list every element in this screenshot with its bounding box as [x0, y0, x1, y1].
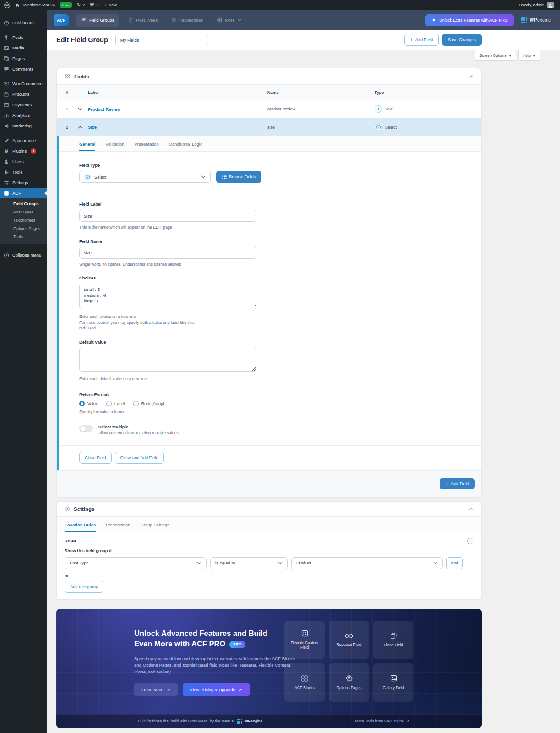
collapse-row-icon[interactable]: [78, 126, 83, 129]
unlock-pro-button[interactable]: Unlock Extra Features with ACF PRO: [425, 14, 514, 26]
sidebar-label: ACF: [12, 191, 21, 196]
fields-icon: [65, 73, 71, 79]
sidebar-item-comments[interactable]: Comments: [0, 64, 47, 74]
plugins-update-badge: 1: [31, 148, 36, 154]
sidebar-item-appearance[interactable]: Appearance: [0, 135, 47, 146]
banner-description: Speed up your workflow and develop bette…: [134, 656, 300, 676]
tab-general[interactable]: General: [79, 142, 95, 151]
browse-fields-button[interactable]: Browse Fields: [216, 171, 261, 183]
more-tools-link[interactable]: More Tools from WP Engine ↗: [355, 719, 409, 723]
site-menu[interactable]: Salesforce Mar 24: [15, 3, 55, 7]
new-menu[interactable]: + New: [103, 3, 116, 8]
screen-meta-row: Screen Options Help: [47, 50, 560, 61]
field-label-link[interactable]: Size: [88, 125, 267, 130]
tab-group-settings[interactable]: Group Settings: [140, 522, 169, 532]
collapse-menu-button[interactable]: Collapse menu: [0, 250, 47, 260]
nav-tab-more[interactable]: More: [212, 14, 246, 27]
and-rule-button[interactable]: and: [446, 557, 463, 569]
close-field-button[interactable]: Close Field: [79, 452, 112, 464]
field-label-help: This is the name which will appear on th…: [79, 224, 473, 230]
avatar[interactable]: [547, 2, 554, 8]
sidebar-item-users[interactable]: Users: [0, 156, 47, 167]
return-format-label: Return Format: [79, 392, 473, 397]
collapse-panel-icon[interactable]: [469, 75, 473, 78]
tab-location-rules[interactable]: Location Rules: [65, 522, 96, 532]
screen-options-tab[interactable]: Screen Options: [475, 50, 516, 61]
field-label-input[interactable]: [79, 210, 256, 222]
nav-tab-post-types[interactable]: Post Types: [123, 14, 163, 27]
acf-header-nav: ACF Field Groups Post Types Taxonomies M…: [47, 10, 560, 30]
help-circle-icon[interactable]: ?: [467, 538, 473, 544]
sidebar-item-acf[interactable]: ACF: [0, 188, 47, 198]
submenu-item-tools[interactable]: Tools: [0, 233, 47, 241]
or-label: or: [65, 574, 473, 578]
sidebar-item-woocommerce[interactable]: WooCommerce: [0, 78, 47, 89]
tab-validation[interactable]: Validation: [105, 142, 124, 151]
rule-value-select[interactable]: Product: [291, 557, 443, 569]
sidebar-item-analytics[interactable]: Analytics: [0, 110, 47, 120]
add-field-button-top[interactable]: +Add Field: [404, 34, 439, 46]
col-name: Name: [267, 90, 375, 95]
submenu-item-post-types[interactable]: Post Types: [0, 208, 47, 216]
comments-icon: [4, 66, 9, 72]
sidebar-item-plugins[interactable]: Plugins 1: [0, 146, 47, 156]
field-label-label: Field Label: [79, 202, 473, 207]
field-label-link[interactable]: Product Review: [88, 107, 267, 112]
learn-more-button[interactable]: Learn More↗: [134, 683, 178, 696]
sidebar-item-tools[interactable]: Tools: [0, 167, 47, 177]
sidebar-item-media[interactable]: Media: [0, 43, 47, 53]
sidebar-item-products[interactable]: Products: [0, 89, 47, 99]
collapse-panel-icon[interactable]: [469, 508, 473, 510]
wordpress-logo-icon[interactable]: W: [4, 2, 10, 8]
tab-conditional-logic[interactable]: Conditional Logic: [169, 142, 202, 151]
field-name-input[interactable]: [79, 247, 256, 259]
select-multiple-toggle[interactable]: [79, 425, 93, 432]
updates-menu[interactable]: ↻ 2: [77, 3, 85, 7]
save-changes-button[interactable]: Save Changes: [442, 34, 482, 46]
field-group-title-input[interactable]: [115, 34, 208, 46]
sidebar-item-dashboard[interactable]: Dashboard: [0, 17, 47, 28]
submenu-item-field-groups[interactable]: Field Groups: [0, 200, 47, 208]
wp-engine-brand-small[interactable]: WPengine: [237, 719, 262, 724]
radio-value[interactable]: Value: [79, 401, 98, 406]
acf-logo[interactable]: ACF: [54, 14, 69, 26]
comment-count: 0: [96, 3, 98, 7]
update-icon: ↻: [77, 3, 81, 7]
default-value-textarea[interactable]: [79, 348, 256, 372]
add-rule-group-button[interactable]: Add rule group: [65, 581, 103, 593]
comments-menu[interactable]: 0: [90, 3, 98, 7]
view-pricing-button[interactable]: View Pricing & Upgrade↗: [183, 683, 250, 696]
submenu-item-options-pages[interactable]: Options Pages: [0, 224, 47, 233]
field-type-selected-value: Select: [94, 175, 106, 180]
sidebar-label: Settings: [12, 180, 28, 185]
submenu-item-taxonomies[interactable]: Taxonomies: [0, 216, 47, 224]
add-field-button-bottom[interactable]: +Add Field: [440, 478, 475, 489]
expand-row-icon[interactable]: [78, 108, 83, 110]
nav-tab-taxonomies[interactable]: Taxonomies: [166, 14, 208, 27]
sidebar-label: Tools: [12, 170, 22, 175]
banner-footer-text: Built for those that build with WordPres…: [138, 719, 234, 723]
sidebar-item-marketing[interactable]: Marketing: [0, 120, 47, 131]
close-and-add-field-button[interactable]: Close and Add Field: [115, 452, 164, 464]
rule-param-select[interactable]: Post Type: [65, 557, 207, 569]
sidebar-item-posts[interactable]: Posts: [0, 32, 47, 43]
rule-operator-select[interactable]: is equal to: [210, 557, 288, 569]
col-label: Label: [88, 90, 267, 95]
field-type-select[interactable]: Select: [79, 171, 211, 183]
howdy-menu[interactable]: Howdy, admin: [519, 3, 544, 7]
sidebar-item-payments[interactable]: Payments: [0, 99, 47, 110]
fields-panel: Fields # Label Name Type 1 Product Revie…: [56, 68, 482, 498]
field-type-label: Field Type: [79, 163, 473, 168]
tab-presentation[interactable]: Presentation: [106, 522, 130, 532]
radio-both-array[interactable]: Both (Array): [133, 401, 164, 406]
repeater-icon: [345, 633, 353, 639]
help-tab[interactable]: Help: [518, 50, 540, 61]
nav-tab-field-groups[interactable]: Field Groups: [76, 14, 119, 27]
radio-label[interactable]: Label: [106, 401, 125, 406]
sidebar-item-settings[interactable]: Settings: [0, 177, 47, 188]
tab-presentation[interactable]: Presentation: [134, 142, 158, 151]
choices-textarea[interactable]: small : S medium : M large : L: [79, 284, 256, 309]
brush-icon: [4, 138, 9, 143]
sidebar-item-pages[interactable]: Pages: [0, 53, 47, 64]
wp-engine-brand[interactable]: WPengine: [521, 17, 551, 23]
